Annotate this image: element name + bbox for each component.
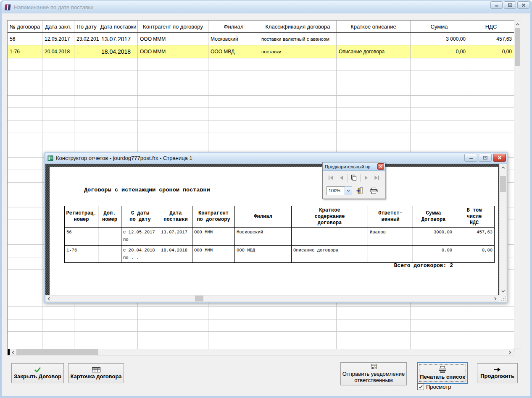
- close-contract-label: Закрыть Договор: [14, 374, 61, 380]
- preview-toolbar-close-button[interactable]: [377, 163, 384, 170]
- cell-counterparty[interactable]: ООО МММ: [138, 33, 208, 45]
- report-header: Краткое содержание договора: [292, 206, 368, 227]
- scroll-right-arrow[interactable]: [507, 349, 513, 355]
- close-contract-button[interactable]: Закрыть Договор: [11, 363, 64, 383]
- report-header: Контрагент по договору: [192, 206, 235, 227]
- cell-to-date[interactable]: 23.02.2018: [74, 33, 99, 45]
- scroll-right-arrow[interactable]: [492, 296, 498, 301]
- scroll-up-arrow[interactable]: [514, 21, 521, 28]
- column-header-classification[interactable]: Классификация договора: [259, 21, 337, 32]
- pages-button[interactable]: [350, 173, 358, 183]
- cell-number[interactable]: 56: [8, 33, 42, 45]
- grid-row-1[interactable]: 56 12.05.2017 23.02.2018 13.07.2017 ООО …: [8, 33, 514, 45]
- resize-grip[interactable]: [499, 295, 507, 302]
- contract-card-label: Карточка договора: [70, 374, 121, 380]
- chevron-down-icon: [347, 190, 350, 192]
- cell-number[interactable]: 1-76: [8, 45, 42, 58]
- report-hscrollbar[interactable]: [45, 295, 499, 302]
- preview-checkbox-label: Просмотр: [426, 384, 451, 390]
- continue-button[interactable]: Продолжить: [477, 363, 518, 383]
- main-titlebar[interactable]: Напоминание по дате поставки: [2, 1, 530, 13]
- scroll-down-arrow[interactable]: [500, 288, 506, 295]
- close-button[interactable]: [517, 1, 529, 9]
- report-minimize-button[interactable]: [464, 154, 477, 162]
- report-close-button[interactable]: [493, 154, 506, 162]
- column-header-description[interactable]: Краткое описание: [337, 21, 411, 32]
- grid-vscrollbar[interactable]: [514, 20, 521, 349]
- cell-vat[interactable]: 0,00: [468, 45, 514, 58]
- cell-classification[interactable]: поставки валютный с авансом: [259, 33, 337, 45]
- hscroll-thumb[interactable]: [195, 296, 203, 301]
- report-cell: ООО МММ: [192, 246, 235, 262]
- continue-label: Продолжить: [480, 373, 514, 380]
- prev-page-button: [337, 173, 345, 183]
- report-vscrollbar[interactable]: [499, 164, 507, 295]
- toolbar-separator: [347, 174, 348, 182]
- vscroll-thumb[interactable]: [500, 176, 506, 192]
- main-window-title: Напоминание по дате поставки: [14, 4, 94, 10]
- vscroll-thumb[interactable]: [515, 28, 520, 66]
- report-cell: Иванов: [368, 228, 413, 245]
- zoom-dropdown-button[interactable]: [345, 186, 352, 195]
- zoom-combobox[interactable]: 100%: [327, 186, 352, 195]
- chevron-down-icon: [501, 290, 505, 293]
- close-icon: [379, 165, 382, 168]
- exit-door-icon: [356, 187, 363, 194]
- close-preview-button[interactable]: [356, 187, 363, 194]
- cell-sum[interactable]: 3 000,00: [411, 33, 468, 45]
- report-window-title: Конструктор отчетов - jourdog777post.frx…: [56, 155, 192, 161]
- report-preview-area: Договоры с истекающим сроком поставки Ре…: [45, 164, 507, 302]
- cell-vat[interactable]: 457,63: [468, 33, 514, 45]
- column-header-delivery-date[interactable]: Дата поставки: [99, 21, 138, 32]
- cell-delivery-date[interactable]: 13.07.2017: [99, 33, 138, 45]
- report-titlebar[interactable]: Конструктор отчетов - jourdog777post.frx…: [45, 153, 507, 163]
- grid-row-2-selected[interactable]: 1-76 20.04.2018 . . 18.04.2018 ООО МММ О…: [8, 45, 514, 58]
- cell-delivery-date[interactable]: 18.04.2018: [99, 45, 138, 58]
- cell-description[interactable]: Описание договора: [337, 45, 411, 58]
- column-header-counterparty[interactable]: Контрагент по договору: [138, 21, 208, 32]
- cell-description[interactable]: [337, 33, 411, 45]
- print-list-button[interactable]: Печатать список: [417, 362, 468, 384]
- print-button[interactable]: [370, 188, 378, 194]
- contract-card-button[interactable]: Карточка договора: [68, 363, 124, 383]
- scroll-left-arrow[interactable]: [10, 349, 16, 355]
- preview-toolbar-titlebar[interactable]: Предварительный пр: [323, 162, 385, 171]
- report-page: Договоры с истекающим сроком поставки Ре…: [50, 167, 498, 295]
- hscroll-thumb[interactable]: [16, 349, 98, 355]
- next-page-icon: [364, 175, 369, 180]
- column-header-sum[interactable]: Сумма: [411, 21, 468, 32]
- report-header: Доп. номер: [98, 206, 121, 227]
- cell-branch[interactable]: Московский: [208, 33, 259, 45]
- cell-counterparty[interactable]: ООО МММ: [138, 45, 208, 58]
- scroll-left-arrow[interactable]: [46, 296, 52, 301]
- report-cell: Описание договора: [292, 246, 368, 262]
- cell-to-date[interactable]: . .: [74, 45, 99, 58]
- scroll-up-arrow[interactable]: [500, 164, 506, 171]
- column-header-date-concluded[interactable]: Дата закл.: [42, 21, 74, 32]
- report-header: Ответст- венный: [368, 206, 413, 227]
- chevron-right-icon: [509, 351, 511, 354]
- cell-branch[interactable]: ООО МВД: [208, 45, 259, 58]
- column-header-vat[interactable]: НДС: [468, 21, 514, 32]
- column-header-to-date[interactable]: По дату: [74, 21, 99, 32]
- app-books-icon: [4, 4, 11, 10]
- column-header-number[interactable]: № договора: [8, 21, 42, 32]
- grid-hscrollbar[interactable]: [7, 349, 514, 356]
- report-cell: Московский: [235, 228, 292, 245]
- report-header: В том числе НДС: [454, 206, 494, 227]
- report-maximize-button[interactable]: [479, 154, 492, 162]
- report-cell: 1-76: [65, 246, 98, 262]
- report-header: Сумма Договора: [413, 206, 454, 227]
- column-header-branch[interactable]: Филиал: [208, 21, 259, 32]
- maximize-button[interactable]: [504, 1, 516, 9]
- cell-date-concluded[interactable]: 12.05.2017: [42, 33, 74, 45]
- cell-sum[interactable]: 0,00: [411, 45, 468, 58]
- report-cell: 18.04.2018: [159, 246, 192, 262]
- send-notification-button[interactable]: Отправить уведомление ответственным: [340, 362, 407, 385]
- cell-classification[interactable]: поставки: [259, 45, 337, 58]
- zoom-value[interactable]: 100%: [327, 186, 345, 195]
- minimize-button[interactable]: [490, 1, 503, 9]
- report-cell: 0,00: [413, 246, 454, 262]
- preview-checkbox[interactable]: [417, 383, 424, 390]
- cell-date-concluded[interactable]: 20.04.2018: [42, 45, 74, 58]
